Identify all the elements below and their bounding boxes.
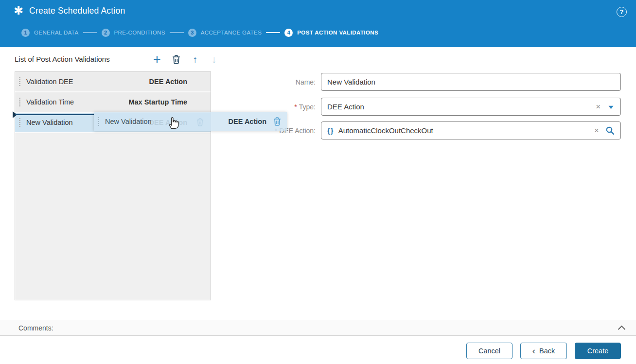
- type-clear-icon[interactable]: ×: [596, 103, 601, 111]
- row-type: Max Startup Time: [128, 98, 187, 106]
- drag-handle-icon[interactable]: [19, 98, 21, 106]
- step-post-action-validations[interactable]: 4 POST ACTION VALIDATIONS: [284, 29, 378, 37]
- type-label-text: Type:: [299, 103, 316, 111]
- delete-validation-button[interactable]: [170, 52, 182, 66]
- dee-action-clear-icon[interactable]: ×: [594, 126, 599, 135]
- type-dropdown-chevron-icon[interactable]: ▼: [607, 104, 615, 110]
- step-4-circle: 4: [284, 29, 293, 37]
- mouse-cursor-hand-icon: [167, 116, 179, 132]
- dee-action-value: AutomaticClockOutCheckOut: [338, 126, 433, 135]
- row-name: Validation Time: [26, 98, 74, 106]
- step-pre-conditions[interactable]: 2 PRE-CONDITIONS: [102, 29, 165, 37]
- ghost-row-type: DEE Action: [229, 118, 266, 125]
- step-connector: [83, 32, 97, 33]
- chevron-left-icon: ‹: [532, 347, 535, 354]
- back-button-label: Back: [539, 347, 555, 355]
- drag-ghost-row: New Validation DEE Action: [94, 112, 287, 131]
- row-name: Validation DEE: [26, 78, 73, 86]
- required-asterisk: *: [294, 103, 297, 111]
- name-field-row: Name: New Validation: [224, 73, 621, 91]
- wizard-steps: 1 GENERAL DATA 2 PRE-CONDITIONS 3 ACCEPT…: [21, 28, 378, 37]
- step-1-label: GENERAL DATA: [34, 30, 79, 35]
- row-name: New Validation: [26, 119, 73, 126]
- type-value: DEE Action: [327, 103, 364, 111]
- step-1-circle: 1: [21, 29, 30, 37]
- ghost-trash-icon: [273, 117, 281, 126]
- page-title: Create Scheduled Action: [29, 6, 125, 16]
- step-4-label: POST ACTION VALIDATIONS: [297, 30, 378, 35]
- help-icon[interactable]: ?: [617, 7, 627, 17]
- step-acceptance-gates[interactable]: 3 ACCEPTANCE GATES: [188, 29, 262, 37]
- step-3-circle: 3: [188, 29, 196, 37]
- cancel-button[interactable]: Cancel: [466, 343, 512, 359]
- drag-handle-icon[interactable]: [19, 77, 21, 86]
- search-icon[interactable]: [605, 126, 615, 135]
- post-action-validations-list: Validation DEE DEE Action Validation Tim…: [15, 71, 211, 300]
- comments-expander[interactable]: Comments:: [0, 320, 636, 336]
- step-general-data[interactable]: 1 GENERAL DATA: [21, 29, 79, 37]
- type-combobox[interactable]: DEE Action × ▼: [321, 98, 621, 116]
- trash-icon: [172, 55, 180, 64]
- drag-handle-icon: [98, 117, 100, 126]
- type-label: *Type:: [224, 103, 321, 111]
- move-down-button[interactable]: ↓: [208, 52, 220, 66]
- step-2-label: PRE-CONDITIONS: [114, 30, 165, 35]
- name-label: Name:: [224, 78, 321, 86]
- back-button[interactable]: ‹ Back: [520, 343, 567, 359]
- row-type: DEE Action: [149, 78, 187, 86]
- list-toolbar: + ↑ ↓: [151, 52, 220, 67]
- asterisk-logo-icon: ✱: [14, 5, 23, 17]
- add-validation-button[interactable]: +: [151, 52, 163, 66]
- header: ✱ Create Scheduled Action ? 1 GENERAL DA…: [0, 0, 636, 47]
- title-row: ✱ Create Scheduled Action: [14, 5, 125, 17]
- step-2-circle: 2: [102, 29, 110, 37]
- drag-handle-icon[interactable]: [19, 118, 21, 127]
- name-value: New Validation: [327, 78, 375, 86]
- create-scheduled-action-window: ✱ Create Scheduled Action ? 1 GENERAL DA…: [0, 0, 636, 364]
- chevron-up-icon[interactable]: [618, 325, 626, 330]
- list-title: List of Post Action Validations: [15, 55, 110, 63]
- drop-indicator-line: [15, 114, 94, 115]
- step-3-label: ACCEPTANCE GATES: [201, 30, 262, 35]
- name-input[interactable]: New Validation: [321, 73, 621, 91]
- step-connector: [170, 32, 184, 33]
- list-item-validation-time[interactable]: Validation Time Max Startup Time: [15, 92, 211, 113]
- dee-action-picker[interactable]: {} AutomaticClockOutCheckOut ×: [321, 121, 621, 139]
- create-button[interactable]: Create: [575, 343, 621, 359]
- list-item-validation-dee[interactable]: Validation DEE DEE Action: [15, 72, 211, 92]
- braces-entity-icon: {}: [327, 126, 334, 135]
- step-connector-active: [266, 32, 280, 33]
- ghost-row-name: New Validation: [105, 118, 152, 125]
- move-up-button[interactable]: ↑: [189, 52, 201, 66]
- comments-label: Comments:: [18, 324, 53, 332]
